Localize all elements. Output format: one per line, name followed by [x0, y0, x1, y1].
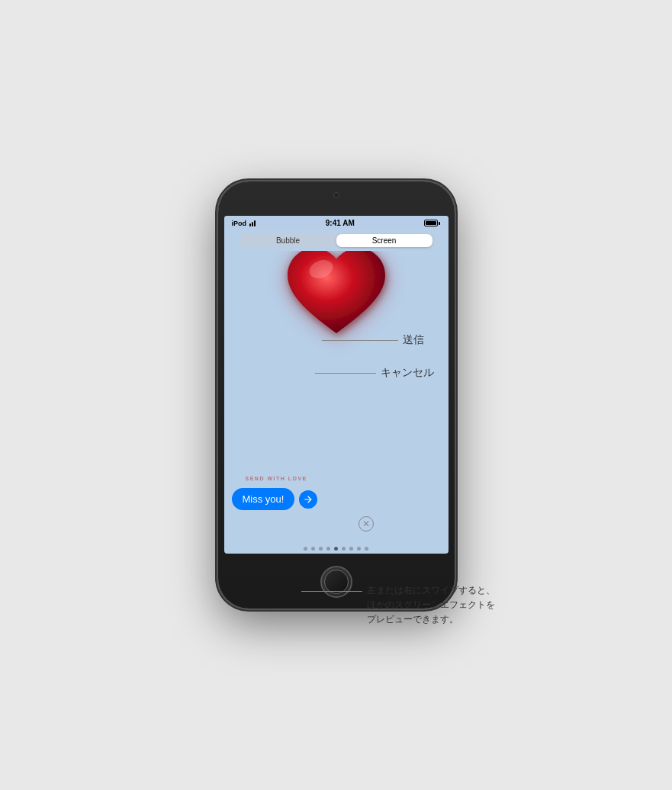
dot-6	[342, 547, 346, 551]
tab-screen[interactable]: Screen	[336, 234, 432, 247]
callout-send: 送信	[322, 333, 424, 347]
cancel-row: ✕	[359, 516, 374, 531]
scene: iPod 9:41 AM Bubble	[0, 0, 672, 790]
send-button[interactable]	[299, 490, 317, 509]
dot-5	[334, 547, 338, 551]
ipod-device: iPod 9:41 AM Bubble	[218, 181, 455, 609]
page-dots	[224, 542, 449, 554]
tab-bubble[interactable]: Bubble	[240, 234, 336, 247]
status-left: iPod	[232, 220, 256, 227]
wifi-icon	[249, 220, 256, 226]
status-bar: iPod 9:41 AM	[224, 216, 449, 229]
callout-swipe: 左または右にスワイプすると、ほかのスクリーンエフェクトをプレビューできます。	[301, 583, 495, 628]
front-camera	[333, 192, 339, 198]
cancel-button[interactable]: ✕	[359, 516, 374, 531]
dot-9	[365, 547, 368, 551]
callout-cancel-label: キャンセル	[381, 366, 434, 380]
message-row: Miss you!	[232, 488, 318, 510]
callout-swipe-label: 左または右にスワイプすると、ほかのスクリーンエフェクトをプレビューできます。	[367, 583, 495, 628]
content-area: SEND WITH LOVE Miss you! ✕	[224, 251, 449, 542]
dot-4	[326, 547, 330, 551]
dot-8	[357, 547, 361, 551]
dot-1	[304, 547, 307, 551]
dot-2	[311, 547, 315, 551]
callout-send-label: 送信	[403, 333, 424, 347]
device-screen: iPod 9:41 AM Bubble	[224, 216, 449, 554]
callout-cancel: キャンセル	[315, 366, 434, 380]
status-right	[424, 220, 440, 226]
message-bubble: Miss you!	[232, 488, 295, 510]
carrier-label: iPod	[232, 220, 247, 227]
callout-send-line	[322, 340, 398, 341]
callout-swipe-line	[301, 591, 362, 592]
callout-cancel-line	[315, 373, 376, 374]
dot-3	[319, 547, 323, 551]
battery-icon	[424, 220, 440, 226]
send-with-love-label: SEND WITH LOVE	[246, 476, 307, 481]
time-label: 9:41 AM	[326, 219, 355, 227]
dot-7	[349, 547, 353, 551]
segment-control[interactable]: Bubble Screen	[240, 233, 433, 248]
